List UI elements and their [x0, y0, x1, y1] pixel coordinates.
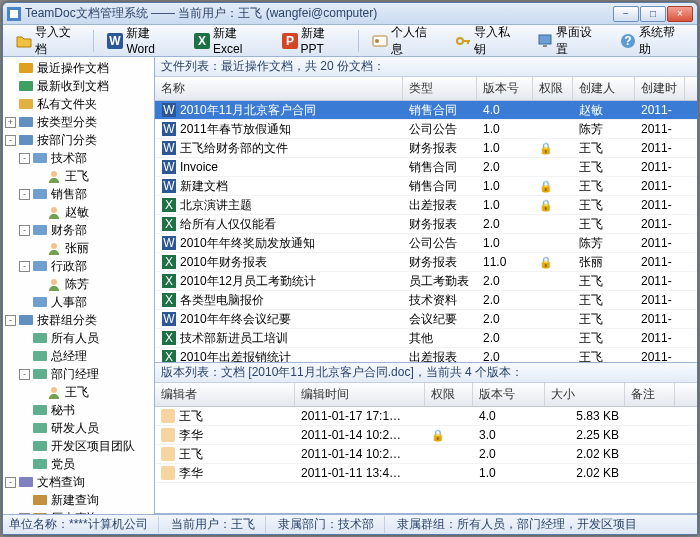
col-header[interactable]: 版本号 — [477, 77, 533, 100]
file-row[interactable]: W2010年年终奖励发放通知公司公告1.0陈芳2011- — [155, 234, 697, 253]
new-excel-button[interactable]: X新建Excel — [187, 22, 271, 59]
tree-node[interactable]: 新建查询 — [3, 491, 154, 509]
col-header[interactable]: 版本号 — [473, 383, 545, 406]
tree-node[interactable]: -技术部 — [3, 149, 154, 167]
file-row[interactable]: X北京演讲主题出差报表1.0🔒王飞2011- — [155, 196, 697, 215]
tree-twisty — [19, 351, 30, 362]
version-grid[interactable]: 编辑者编辑时间权限版本号大小备注 王飞2011-01-17 17:1…4.05.… — [155, 383, 697, 514]
col-header[interactable]: 编辑时间 — [295, 383, 425, 406]
tree-twisty[interactable]: - — [5, 477, 16, 488]
tree-sidebar[interactable]: 最近操作文档最新收到文档私有文件夹+按类型分类-按部门分类-技术部王飞-销售部赵… — [3, 57, 155, 514]
tree-node[interactable]: 开发区项目团队 — [3, 437, 154, 455]
new-word-button[interactable]: W新建Word — [100, 22, 183, 59]
tree-node[interactable]: 王飞 — [3, 167, 154, 185]
svg-rect-26 — [33, 261, 47, 271]
tree-twisty[interactable]: - — [19, 369, 30, 380]
file-version: 2.0 — [477, 311, 533, 327]
tree-node[interactable]: 最近操作文档 — [3, 59, 154, 77]
file-version: 1.0 — [477, 197, 533, 213]
xls-icon: X — [161, 349, 177, 363]
col-header[interactable]: 备注 — [625, 383, 675, 406]
col-header[interactable]: 大小 — [545, 383, 625, 406]
tree-node[interactable]: -行政部 — [3, 257, 154, 275]
tree-node[interactable]: 研发人员 — [3, 419, 154, 437]
file-creator: 王飞 — [573, 196, 635, 215]
doc-icon: W — [161, 235, 177, 251]
file-creator: 陈芳 — [573, 234, 635, 253]
file-row[interactable]: X2010年12月员工考勤统计员工考勤表2.0王飞2011- — [155, 272, 697, 291]
col-header[interactable]: 创建人 — [573, 77, 635, 100]
col-header[interactable]: 权限 — [425, 383, 473, 406]
tree-node[interactable]: 赵敏 — [3, 203, 154, 221]
file-perm — [533, 280, 573, 282]
tree-node[interactable]: -按部门分类 — [3, 131, 154, 149]
tree-node[interactable]: -部门经理 — [3, 365, 154, 383]
file-row[interactable]: X2010年出差报销统计出差报表2.0王飞2011- — [155, 348, 697, 363]
tree-node[interactable]: 私有文件夹 — [3, 95, 154, 113]
tree-node[interactable]: -财务部 — [3, 221, 154, 239]
ver-perm: 🔒 — [425, 427, 473, 443]
tree-node[interactable]: -文档查询 — [3, 473, 154, 491]
col-header[interactable]: 名称 — [155, 77, 403, 100]
tree-node[interactable]: -销售部 — [3, 185, 154, 203]
ppt-icon: P — [282, 33, 298, 49]
minimize-button[interactable]: − — [613, 6, 639, 22]
tree-twisty[interactable]: - — [19, 225, 30, 236]
tree-twisty[interactable]: - — [19, 189, 30, 200]
file-type: 财务报表 — [403, 139, 477, 158]
import-key-button[interactable]: 导入私钥 — [448, 21, 526, 61]
col-header[interactable]: 类型 — [403, 77, 477, 100]
tree-node[interactable]: 王飞 — [3, 383, 154, 401]
help-button[interactable]: ?系统帮助 — [613, 21, 691, 61]
file-row[interactable]: W新建文档销售合同1.0🔒王飞2011- — [155, 177, 697, 196]
tree-node[interactable]: 陈芳 — [3, 275, 154, 293]
file-name: 2010年财务报表 — [180, 254, 267, 271]
tree-twisty[interactable]: - — [19, 153, 30, 164]
version-row[interactable]: 王飞2011-01-17 17:1…4.05.83 KB — [155, 407, 697, 426]
file-row[interactable]: X给所有人仅仅能看财务报表2.0王飞2011- — [155, 215, 697, 234]
tree-node[interactable]: 人事部 — [3, 293, 154, 311]
file-row[interactable]: W2010年年终会议纪要会议纪要2.0王飞2011- — [155, 310, 697, 329]
tree-node[interactable]: 秘书 — [3, 401, 154, 419]
file-row[interactable]: X技术部新进员工培训其他2.0王飞2011- — [155, 329, 697, 348]
grp-icon — [32, 439, 48, 453]
col-header[interactable]: 创建时 — [635, 77, 685, 100]
tree-twisty[interactable]: - — [5, 135, 16, 146]
tree-node[interactable]: +按类型分类 — [3, 113, 154, 131]
svg-point-10 — [457, 38, 463, 44]
lock-icon: 🔒 — [539, 180, 553, 192]
tree-node[interactable]: 党员 — [3, 455, 154, 473]
tree-node[interactable]: 最新收到文档 — [3, 77, 154, 95]
file-row[interactable]: W王飞给财务部的文件财务报表1.0🔒王飞2011- — [155, 139, 697, 158]
tree-label: 部门经理 — [51, 366, 99, 383]
file-creator: 王飞 — [573, 291, 635, 310]
file-version: 2.0 — [477, 159, 533, 175]
file-row[interactable]: WInvoice销售合同2.0王飞2011- — [155, 158, 697, 177]
version-row[interactable]: 王飞2011-01-14 10:2…2.02.02 KB — [155, 445, 697, 464]
tree-node[interactable]: -按群组分类 — [3, 311, 154, 329]
version-row[interactable]: 李华2011-01-14 10:2…🔒3.02.25 KB — [155, 426, 697, 445]
col-header[interactable]: 权限 — [533, 77, 573, 100]
file-row[interactable]: W2010年11月北京客户合同销售合同4.0赵敏2011- — [155, 101, 697, 120]
tree-node[interactable]: 所有人员 — [3, 329, 154, 347]
tree-twisty[interactable]: - — [5, 315, 16, 326]
col-header[interactable]: 编辑者 — [155, 383, 295, 406]
svg-rect-32 — [33, 369, 47, 379]
file-row[interactable]: X2010年财务报表财务报表11.0🔒张丽2011- — [155, 253, 697, 272]
close-button[interactable]: × — [667, 6, 693, 22]
tree-node[interactable]: 张丽 — [3, 239, 154, 257]
ui-settings-button[interactable]: 界面设置 — [530, 21, 608, 61]
file-grid[interactable]: 名称类型版本号权限创建人创建时 W2010年11月北京客户合同销售合同4.0赵敏… — [155, 77, 697, 363]
import-doc-button[interactable]: 导入文档 — [9, 21, 87, 61]
profile-button[interactable]: 个人信息 — [365, 21, 443, 61]
tree-twisty[interactable]: + — [5, 117, 16, 128]
file-row[interactable]: W2011年春节放假通知公司公告1.0陈芳2011- — [155, 120, 697, 139]
maximize-button[interactable]: □ — [640, 6, 666, 22]
file-row[interactable]: X各类型电脑报价技术资料2.0王飞2011- — [155, 291, 697, 310]
version-row[interactable]: 李华2011-01-11 13:4…1.02.02 KB — [155, 464, 697, 483]
tree-node[interactable]: 总经理 — [3, 347, 154, 365]
user-icon — [46, 205, 62, 219]
new-ppt-button[interactable]: P新建PPT — [275, 22, 353, 59]
tree-twisty[interactable]: - — [19, 261, 30, 272]
tree-twisty — [33, 387, 44, 398]
